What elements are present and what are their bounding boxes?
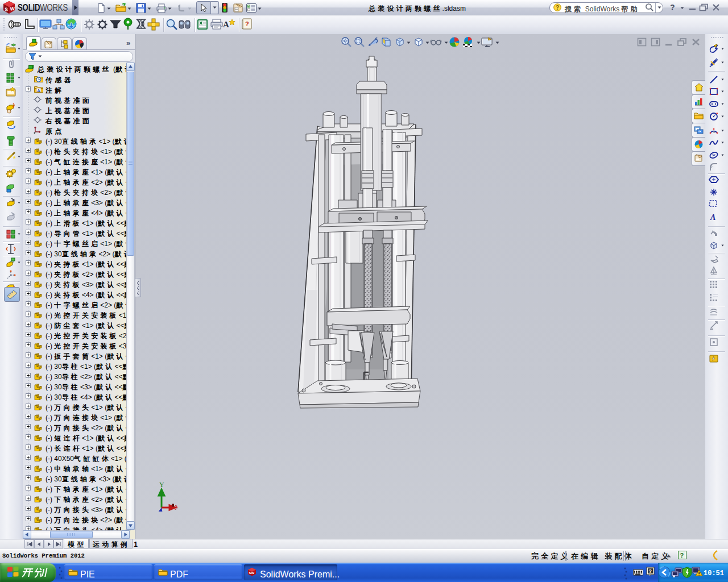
svg-text:S: S [5,6,8,13]
svg-text:A: A [223,20,229,29]
svg-text:X: X [175,504,177,512]
svg-text:?: ? [649,568,652,574]
svg-text:SW: SW [249,571,255,575]
svg-text:A: A [37,88,40,93]
svg-text:?: ? [680,552,684,559]
svg-text:W: W [10,6,15,12]
svg-text:Y: Y [159,481,164,489]
svg-text:?: ? [245,20,249,27]
svg-text:?: ? [556,5,559,11]
svg-text:A: A [710,213,715,222]
